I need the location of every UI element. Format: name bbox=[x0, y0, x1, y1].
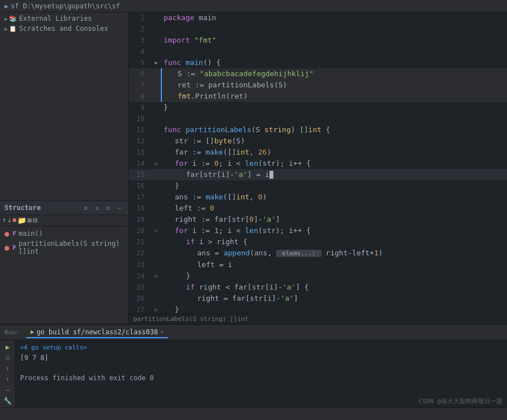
close-tab-icon[interactable]: ✕ bbox=[160, 329, 164, 335]
struct-nav-down[interactable]: ↓ bbox=[7, 216, 11, 225]
table-row: 9 } bbox=[129, 102, 507, 113]
line-content: } bbox=[161, 180, 507, 192]
struct-item-partition[interactable]: ● F partitionLabels(S string) []int bbox=[0, 239, 128, 256]
table-row: 5 ▶ func main() { bbox=[129, 57, 507, 68]
structure-content: ● F main() ● F partitionLabels(S string)… bbox=[0, 226, 128, 324]
breadcrumb: partitionLabels(S string) []int bbox=[129, 314, 507, 324]
line-content: left = i bbox=[161, 259, 507, 270]
collapse-icon2[interactable]: ▷ bbox=[155, 160, 158, 166]
line-content: func main() { bbox=[161, 57, 507, 68]
run-scroll-up-btn[interactable]: ↑ bbox=[2, 363, 14, 373]
table-row: 16 } bbox=[129, 180, 507, 192]
run-settings-btn[interactable]: 🔧 bbox=[2, 396, 14, 405]
sidebar: ▶ 📚 External Libraries ▶ 📋 Scratches and… bbox=[0, 12, 129, 324]
line-content bbox=[161, 113, 507, 124]
code-editor[interactable]: 1 package main 2 3 bbox=[129, 12, 507, 314]
structure-close-btn[interactable]: — bbox=[115, 203, 124, 212]
line-content: fmt.Println(ret) bbox=[161, 91, 507, 102]
line-gutter bbox=[151, 203, 161, 214]
line-num: 20 bbox=[129, 225, 151, 236]
sidebar-item-scratches[interactable]: ▶ 📋 Scratches and Consoles bbox=[0, 24, 128, 34]
line-num: 1 bbox=[129, 12, 151, 24]
table-row: 13 far := make([]int, 26) bbox=[129, 147, 507, 158]
line-num: 22 bbox=[129, 248, 151, 259]
line-gutter bbox=[151, 236, 161, 248]
run-stop-btn[interactable]: ⏹ bbox=[2, 353, 14, 363]
collapse-icon4[interactable]: ▷ bbox=[155, 273, 158, 279]
line-content: left := 0 bbox=[161, 203, 507, 214]
table-row: 21 if i > right { bbox=[129, 236, 507, 248]
error-icon: ● bbox=[4, 230, 9, 237]
line-gutter: ▷ bbox=[151, 158, 161, 169]
table-row: 24 ▷ } bbox=[129, 270, 507, 282]
func-icon-main: F bbox=[12, 230, 16, 237]
project-icon: ▶ bbox=[4, 2, 8, 10]
expand-arrow-icon: ▶ bbox=[4, 16, 8, 22]
line-num: 4 bbox=[129, 46, 151, 57]
watermark: CSDN @福大大架构师每日一题 bbox=[418, 397, 503, 405]
code-content: 1 package main 2 3 bbox=[129, 12, 507, 314]
run-play-btn[interactable]: ▶ bbox=[2, 343, 14, 352]
struct-collapse-btn[interactable]: ⊟ bbox=[33, 216, 38, 225]
line-content: far := make([]int, 26) bbox=[161, 147, 507, 158]
structure-sort-btn[interactable]: ≡ bbox=[81, 203, 90, 212]
run-tab-build[interactable]: ▶ go build sf/newclass2/class038 ✕ bbox=[26, 327, 168, 338]
line-num: 16 bbox=[129, 180, 151, 192]
struct-nav-up[interactable]: ↑ bbox=[2, 216, 6, 225]
run-wrap-btn[interactable]: ⋯ bbox=[2, 386, 14, 395]
line-num: 25 bbox=[129, 282, 151, 293]
line-gutter bbox=[151, 102, 161, 113]
line-gutter bbox=[151, 214, 161, 225]
table-row: 27 ▷ } bbox=[129, 304, 507, 314]
struct-item-main[interactable]: ● F main() bbox=[0, 228, 128, 239]
line-gutter bbox=[151, 24, 161, 35]
line-gutter bbox=[151, 124, 161, 136]
line-num: 19 bbox=[129, 214, 151, 225]
line-num: 7 bbox=[129, 80, 151, 91]
structure-filter-btn[interactable]: ⇅ bbox=[92, 203, 101, 212]
struct-expand-btn[interactable]: ⊞ bbox=[27, 216, 32, 225]
expand-arrow-icon2: ▶ bbox=[4, 26, 8, 32]
sidebar-item-external-libraries[interactable]: ▶ 📚 External Libraries bbox=[0, 13, 128, 24]
table-row: 17 ans := make([]int, 0) bbox=[129, 192, 507, 203]
run-scroll-down-btn[interactable]: ↓ bbox=[2, 374, 14, 384]
line-gutter: ▷ bbox=[151, 304, 161, 314]
code-table: 1 package main 2 3 bbox=[129, 12, 507, 314]
line-gutter bbox=[151, 180, 161, 192]
run-label: Run: bbox=[4, 329, 22, 336]
top-bar: ▶ sf D:\mysetup\gopath\src\sf bbox=[0, 0, 507, 12]
line-content: func partitionLabels(S string) []int { bbox=[161, 124, 507, 136]
line-gutter: ▶ bbox=[151, 57, 161, 68]
table-row: 8 fmt.Println(ret) bbox=[129, 91, 507, 102]
line-num: 12 bbox=[129, 136, 151, 147]
line-gutter: ▷ bbox=[151, 270, 161, 282]
table-row: 15 far[str[i]-'a'] = i bbox=[129, 169, 507, 180]
struct-visibility-btn[interactable]: ● bbox=[12, 216, 16, 225]
structure-settings-btn[interactable]: ⚙ bbox=[104, 203, 113, 212]
line-num: 9 bbox=[129, 102, 151, 113]
line-content: } bbox=[161, 304, 507, 314]
line-num: 13 bbox=[129, 147, 151, 158]
main-layout: ▶ 📚 External Libraries ▶ 📋 Scratches and… bbox=[0, 12, 507, 324]
output-line-exit: Process finished with exit code 0 bbox=[20, 373, 503, 383]
collapse-icon5[interactable]: ▷ bbox=[155, 306, 158, 312]
table-row: 1 package main bbox=[129, 12, 507, 24]
collapse-icon3[interactable]: ▷ bbox=[155, 227, 158, 234]
struct-folder-btn[interactable]: 📁 bbox=[17, 216, 26, 225]
structure-title: Structure bbox=[4, 204, 79, 212]
sidebar-tree: ▶ 📚 External Libraries ▶ 📋 Scratches and… bbox=[0, 12, 128, 200]
line-gutter bbox=[151, 136, 161, 147]
structure-toolbar: ↑ ↓ ● 📁 ⊞ ⊟ bbox=[0, 215, 128, 226]
line-content: for i := 1; i < len(str); i++ { bbox=[161, 225, 507, 236]
line-num: 2 bbox=[129, 24, 151, 35]
line-num: 18 bbox=[129, 203, 151, 214]
output-line-result: [9 7 8] bbox=[20, 353, 503, 363]
run-icon: ▶ bbox=[31, 328, 35, 335]
line-gutter bbox=[151, 113, 161, 124]
line-gutter: ▷ bbox=[151, 225, 161, 236]
collapse-icon[interactable]: ▶ bbox=[155, 59, 158, 66]
table-row: 3 import "fmt" bbox=[129, 35, 507, 46]
bottom-panel: Run: ▶ go build sf/newclass2/class038 ✕ … bbox=[0, 324, 507, 408]
sidebar-label-scratches: Scratches and Consoles bbox=[19, 25, 108, 32]
line-num: 8 bbox=[129, 91, 151, 102]
